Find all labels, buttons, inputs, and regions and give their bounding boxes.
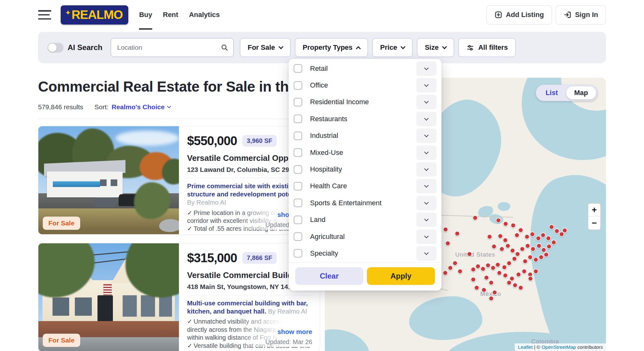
- checkbox-hospitality[interactable]: [294, 165, 302, 174]
- search-icon[interactable]: [220, 43, 229, 52]
- listing-map-marker[interactable]: [458, 269, 463, 274]
- listing-map-marker[interactable]: [518, 228, 524, 233]
- listing-map-marker[interactable]: [533, 257, 539, 263]
- listing-map-marker[interactable]: [490, 265, 496, 271]
- expand-subtypes-button[interactable]: [416, 246, 436, 261]
- realmo-logo[interactable]: ✦ REALMO: [61, 5, 128, 25]
- apply-button[interactable]: Apply: [367, 267, 435, 285]
- filter-chip-property-types[interactable]: Property Types: [295, 38, 368, 57]
- listing-map-marker[interactable]: [496, 218, 501, 223]
- expand-subtypes-button[interactable]: [416, 61, 436, 76]
- listing-map-marker[interactable]: [455, 231, 460, 236]
- ai-search-toggle[interactable]: [47, 43, 64, 53]
- listing-map-marker[interactable]: [505, 243, 510, 248]
- listing-map-marker[interactable]: [546, 244, 552, 249]
- listing-map-marker[interactable]: [507, 260, 512, 266]
- listing-map-marker[interactable]: [473, 215, 478, 221]
- listing-map-marker[interactable]: [525, 243, 530, 248]
- listing-map-marker[interactable]: [513, 282, 518, 288]
- listing-card[interactable]: For Sale $315,000 7,866 SF Versatile Com…: [38, 243, 320, 351]
- toggle-map-option[interactable]: Map: [566, 86, 596, 99]
- hamburger-menu-icon[interactable]: [38, 10, 51, 20]
- listing-map-marker[interactable]: [530, 232, 535, 237]
- listing-map-marker[interactable]: [487, 234, 492, 240]
- checkbox-land[interactable]: [294, 216, 302, 224]
- listing-map-marker[interactable]: [530, 246, 536, 252]
- expand-subtypes-button[interactable]: [416, 128, 436, 143]
- listing-map-marker[interactable]: [515, 251, 520, 257]
- listing-map-marker[interactable]: [442, 270, 448, 275]
- sort-selector[interactable]: Realmo's Choice: [112, 103, 170, 111]
- listing-map-marker[interactable]: [528, 276, 533, 281]
- listing-map-marker[interactable]: [471, 267, 476, 272]
- listing-map-marker[interactable]: [524, 234, 530, 240]
- listing-map-marker[interactable]: [447, 265, 453, 271]
- listing-map-marker[interactable]: [533, 269, 538, 274]
- listing-map-marker[interactable]: [551, 240, 556, 245]
- listing-map-marker[interactable]: [471, 277, 476, 282]
- expand-subtypes-button[interactable]: [416, 112, 436, 126]
- expand-subtypes-button[interactable]: [416, 196, 436, 210]
- listing-map-marker[interactable]: [467, 251, 472, 257]
- listing-map-marker[interactable]: [507, 280, 512, 286]
- checkbox-mixed-use[interactable]: [294, 148, 302, 157]
- zoom-in-button[interactable]: +: [588, 204, 600, 217]
- all-filters-button[interactable]: All filters: [458, 38, 516, 57]
- listing-map-marker[interactable]: [527, 255, 533, 260]
- listing-map-marker[interactable]: [484, 275, 489, 280]
- nav-link-analytics[interactable]: Analytics: [189, 0, 220, 30]
- listing-map-marker[interactable]: [502, 237, 508, 243]
- listing-map-marker[interactable]: [452, 260, 458, 266]
- expand-subtypes-button[interactable]: [416, 162, 436, 177]
- expand-subtypes-button[interactable]: [416, 212, 436, 227]
- checkbox-sports-entertainment[interactable]: [294, 199, 302, 207]
- listing-map-marker[interactable]: [502, 264, 507, 270]
- listing-map-marker[interactable]: [492, 290, 497, 295]
- listing-map-marker[interactable]: [518, 285, 524, 290]
- listing-map-marker[interactable]: [491, 244, 497, 249]
- expand-subtypes-button[interactable]: [416, 145, 436, 160]
- clear-button[interactable]: Clear: [295, 267, 363, 285]
- expand-subtypes-button[interactable]: [416, 78, 436, 93]
- checkbox-restaurants[interactable]: [294, 115, 302, 123]
- zoom-out-button[interactable]: −: [588, 217, 600, 229]
- checkbox-health-care[interactable]: [294, 182, 302, 190]
- checkbox-industrial[interactable]: [294, 132, 302, 140]
- expand-subtypes-button[interactable]: [416, 179, 436, 193]
- listing-map-marker[interactable]: [541, 247, 547, 252]
- checkbox-retail[interactable]: [294, 64, 302, 73]
- listing-map-marker[interactable]: [522, 259, 528, 264]
- listing-map-marker[interactable]: [502, 273, 508, 278]
- filter-chip-size[interactable]: Size: [417, 38, 454, 57]
- listing-map-marker[interactable]: [539, 255, 544, 260]
- listing-map-marker[interactable]: [540, 232, 546, 238]
- location-input[interactable]: [111, 38, 234, 57]
- listing-map-marker[interactable]: [536, 243, 542, 248]
- listing-map-marker[interactable]: [503, 221, 508, 227]
- listing-map-marker[interactable]: [536, 236, 541, 241]
- listing-card[interactable]: For Sale $550,000 3,960 SF Versatile Com…: [38, 126, 320, 235]
- listing-map-marker[interactable]: [510, 248, 515, 253]
- listing-map-marker[interactable]: [554, 228, 559, 234]
- leaflet-link[interactable]: Leaflet: [518, 344, 533, 350]
- listing-map-marker[interactable]: [514, 232, 519, 238]
- listing-map-marker[interactable]: [520, 246, 525, 252]
- listing-map-marker[interactable]: [485, 263, 491, 268]
- listing-map-marker[interactable]: [549, 224, 554, 229]
- checkbox-office[interactable]: [294, 81, 302, 90]
- listing-map-marker[interactable]: [480, 266, 486, 271]
- listing-map-marker[interactable]: [474, 285, 479, 290]
- listing-map-marker[interactable]: [521, 269, 527, 274]
- expand-subtypes-button[interactable]: [416, 95, 436, 109]
- listing-photo[interactable]: For Sale: [38, 126, 179, 234]
- sign-in-button[interactable]: Sign In: [556, 5, 606, 25]
- listing-map-marker[interactable]: [510, 223, 516, 228]
- nav-link-buy[interactable]: Buy: [139, 0, 152, 30]
- listing-photo[interactable]: For Sale: [38, 243, 179, 351]
- listing-map-marker[interactable]: [512, 256, 517, 262]
- listing-map-marker[interactable]: [481, 287, 487, 293]
- osm-link[interactable]: OpenStreetMap: [541, 344, 576, 350]
- listing-map-marker[interactable]: [443, 227, 448, 232]
- checkbox-residential-income[interactable]: [294, 98, 302, 106]
- listing-map-marker[interactable]: [497, 270, 502, 275]
